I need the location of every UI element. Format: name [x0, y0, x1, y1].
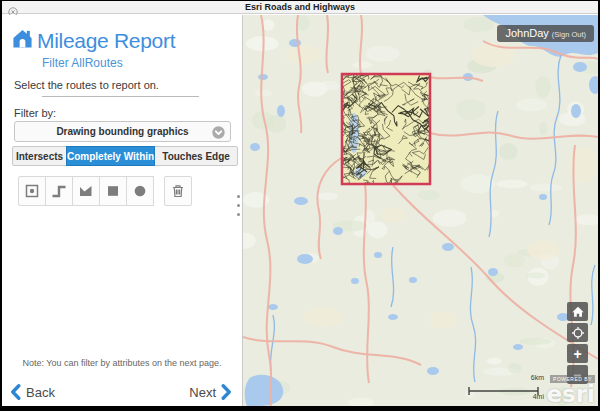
chevron-down-icon — [212, 125, 225, 138]
home-icon — [571, 305, 585, 319]
point-tool-icon — [24, 183, 40, 199]
note-text: Note: You can filter by attributes on th… — [2, 358, 242, 368]
page-subtitle: Filter AllRoutes — [42, 56, 123, 70]
app-window: Esri Roads and Highways Mileage Report F… — [2, 1, 598, 406]
zoom-in-button[interactable]: + — [567, 344, 588, 363]
draw-polyline-button[interactable] — [45, 176, 73, 206]
draw-polygon-button[interactable] — [72, 176, 100, 206]
scalebar-line — [468, 382, 540, 400]
tab-intersects[interactable]: Intersects — [12, 146, 67, 166]
panel-header: Mileage Report — [11, 28, 175, 53]
draw-rectangle-button[interactable] — [99, 176, 127, 206]
panel-collapse-handle[interactable] — [237, 195, 240, 216]
scalebar-mi-label: 4mi — [533, 393, 544, 400]
divider — [42, 96, 199, 97]
draw-toolbar — [18, 176, 192, 206]
tab-completely-within[interactable]: Completely Within — [66, 146, 155, 166]
close-icon[interactable] — [8, 3, 18, 13]
filter-method-dropdown[interactable]: Drawing bounding graphics — [14, 121, 231, 142]
back-label: Back — [26, 385, 55, 400]
dropdown-selected-value: Drawing bounding graphics — [15, 126, 230, 137]
locate-icon — [571, 326, 585, 340]
filter-by-label: Filter by: — [14, 107, 56, 119]
trash-icon — [170, 183, 186, 199]
map-view[interactable]: JohnDay (Sign Out) + – 6km 4mi POWERED B… — [243, 15, 598, 406]
house-icon — [11, 28, 34, 53]
draw-circle-button[interactable] — [126, 176, 154, 206]
user-name: JohnDay — [505, 27, 548, 39]
user-button[interactable]: JohnDay (Sign Out) — [497, 25, 594, 42]
esri-logo: POWERED BY esri — [546, 367, 595, 403]
next-button[interactable]: Next — [189, 384, 232, 400]
selection-rectangle[interactable] — [342, 74, 430, 184]
spatial-relation-tabs: Intersects Completely Within Touches Edg… — [12, 146, 238, 166]
next-label: Next — [189, 385, 216, 400]
locate-button[interactable] — [567, 323, 588, 342]
back-button[interactable]: Back — [10, 384, 55, 400]
clear-graphics-button[interactable] — [164, 176, 192, 206]
app-title: Esri Roads and Highways — [2, 1, 598, 14]
mileage-report-panel: Mileage Report Filter AllRoutes Select t… — [2, 15, 243, 406]
scalebar-km-label: 6km — [531, 374, 544, 381]
page-title: Mileage Report — [37, 29, 175, 53]
home-button[interactable] — [567, 302, 588, 321]
esri-brand: esri — [546, 385, 595, 403]
polyline-tool-icon — [51, 183, 67, 199]
circle-tool-icon — [132, 183, 148, 199]
instruction-text: Select the routes to report on. — [14, 79, 159, 91]
map-canvas[interactable] — [243, 15, 598, 406]
tab-touches-edge[interactable]: Touches Edge — [154, 146, 238, 166]
wizard-nav: Back Next — [10, 383, 232, 401]
rectangle-tool-icon — [105, 183, 121, 199]
titlebar: Esri Roads and Highways — [2, 1, 598, 14]
draw-point-button[interactable] — [18, 176, 46, 206]
chevron-left-icon — [10, 384, 21, 400]
polygon-tool-icon — [78, 183, 94, 199]
chevron-right-icon — [221, 384, 232, 400]
sign-out-link[interactable]: (Sign Out) — [552, 30, 586, 39]
scalebar: 6km 4mi — [468, 374, 546, 400]
